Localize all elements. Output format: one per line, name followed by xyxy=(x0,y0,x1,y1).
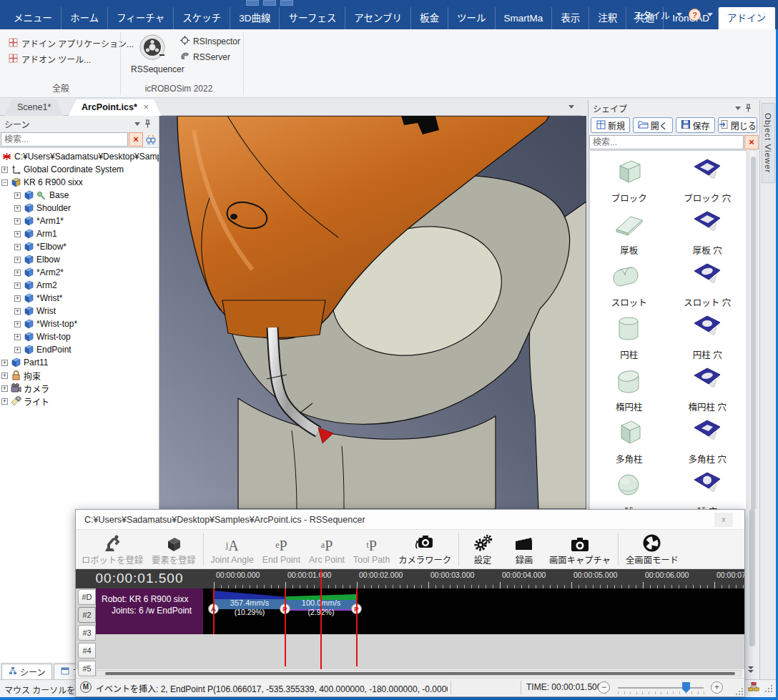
shape-close-doc-button[interactable]: 閉じる xyxy=(718,117,757,133)
tree-item-3[interactable]: +Base xyxy=(0,189,159,202)
expander-icon[interactable]: + xyxy=(14,347,21,353)
doc-tab-scene1[interactable]: Scene1* xyxy=(4,99,64,116)
track-row-tab-4[interactable]: #4 xyxy=(78,643,96,659)
zoom-slider-track[interactable] xyxy=(618,687,704,689)
doc-tab-list-icon[interactable] xyxy=(568,105,574,109)
catalog-item-polygon-prism[interactable]: 多角柱 xyxy=(590,416,669,468)
menu-tab-1[interactable]: ホーム xyxy=(61,7,108,29)
expander-icon[interactable]: + xyxy=(14,231,21,237)
seq-tool-5[interactable]: aPArc Point xyxy=(305,533,349,565)
doc-tab-arcpoint[interactable]: ArcPoint.ics*× xyxy=(69,99,162,116)
expander-icon[interactable]: + xyxy=(1,385,8,392)
tree-item-17[interactable]: +拘束 xyxy=(0,369,159,382)
seq-tool-0[interactable]: ロボットを登録 xyxy=(77,532,147,566)
catalog-item-slab[interactable]: 厚板 xyxy=(590,207,669,260)
catalog-item-ellipse-cylinder-hole[interactable]: 楕円柱 穴 xyxy=(669,364,747,416)
viewport-3d[interactable] xyxy=(159,116,586,509)
expander-icon[interactable]: + xyxy=(1,398,8,405)
track-row-tab-D[interactable]: #D xyxy=(78,589,96,605)
pin-icon[interactable] xyxy=(741,101,755,115)
rssequencer-button[interactable]: RSSequencer xyxy=(131,34,174,74)
menu-tab-15[interactable]: ヘルプ/ト xyxy=(775,7,778,29)
menu-tab-8[interactable]: ツール xyxy=(448,7,496,29)
zoom-in-button[interactable]: + xyxy=(711,681,723,694)
scene-search-input[interactable] xyxy=(1,132,128,147)
shape-search-input[interactable] xyxy=(589,135,744,149)
catalog-item-block-hole[interactable]: ブロック 穴 xyxy=(669,155,747,207)
tree-item-7[interactable]: +*Elbow* xyxy=(0,240,159,253)
tree-item-19[interactable]: +ライト xyxy=(0,395,159,408)
expander-icon[interactable]: + xyxy=(14,321,21,327)
style-menu[interactable]: スタイル xyxy=(633,8,670,21)
style-caret-icon[interactable] xyxy=(676,13,682,16)
menu-tab-10[interactable]: 表示 xyxy=(552,7,589,29)
expander-icon[interactable]: + xyxy=(14,334,21,340)
catalog-item-ellipse-cylinder[interactable]: 楕円柱 xyxy=(590,364,669,416)
tree-item-4[interactable]: +Shoulder xyxy=(0,202,159,215)
tree-item-5[interactable]: +*Arm1* xyxy=(0,215,159,227)
menu-tab-4[interactable]: 3D曲線 xyxy=(230,7,280,29)
minimize-button[interactable]: − xyxy=(719,9,732,20)
expander-icon[interactable]: + xyxy=(14,270,21,276)
panel-menu-caret-icon[interactable] xyxy=(134,122,140,126)
menu-tab-6[interactable]: アセンブリ xyxy=(345,7,411,29)
robot-track-label[interactable]: Robot: KR 6 R900 sixx Joints: 6 /w EndPo… xyxy=(96,588,203,634)
tree-item-15[interactable]: +EndPoint xyxy=(0,343,159,356)
object-viewer-tab[interactable]: Object Viewer xyxy=(762,103,775,183)
expander-icon[interactable]: + xyxy=(14,308,21,315)
timeline-hscrollbar[interactable] xyxy=(96,670,742,676)
qat-button[interactable] xyxy=(280,0,293,6)
seq-tool-10[interactable]: 録画 xyxy=(503,532,545,566)
tree-item-6[interactable]: +Arm1 xyxy=(0,227,159,240)
menu-tab-3[interactable]: スケッチ xyxy=(174,7,230,29)
catalog-item-block[interactable]: ブロック xyxy=(590,155,669,207)
timeline-ruler[interactable]: 00:00:00.00000:00:01.00000:00:02.00000:0… xyxy=(203,569,744,588)
tree-item-16[interactable]: +Part11 xyxy=(0,356,159,369)
expander-icon[interactable]: + xyxy=(14,257,21,263)
menu-tab-9[interactable]: SmartMa xyxy=(496,7,553,29)
seq-tool-3[interactable]: jAJoint Angle xyxy=(207,533,258,565)
seq-tool-11[interactable]: 画面キャプチャ xyxy=(545,532,615,566)
expander-icon[interactable]: + xyxy=(14,244,21,250)
rsserver-button[interactable]: RSServer xyxy=(180,51,230,63)
catalog-item-cylinder[interactable]: 円柱 xyxy=(590,312,669,364)
expander-icon[interactable]: − xyxy=(1,179,8,186)
tree-item-18[interactable]: +カメラ xyxy=(0,382,159,395)
tree-item-11[interactable]: +*Wrist* xyxy=(0,292,159,305)
expander-icon[interactable]: + xyxy=(1,167,8,173)
tree-item-0[interactable]: C:¥Users¥Sadamatsu¥Desktop¥Samp xyxy=(0,150,159,163)
shape-open-button[interactable]: 開く xyxy=(633,117,672,133)
panel-menu-caret-icon[interactable] xyxy=(735,107,741,110)
expander-icon[interactable]: + xyxy=(1,373,8,379)
tree-item-10[interactable]: +Arm2 xyxy=(0,279,159,292)
menu-tab-7[interactable]: 板金 xyxy=(411,7,448,29)
search-clear-button[interactable]: × xyxy=(129,132,143,147)
time-cursor[interactable] xyxy=(320,569,322,669)
resize-grip[interactable] xyxy=(765,685,772,692)
seq-tool-9[interactable]: 設定 xyxy=(462,532,503,566)
addin-applications-button[interactable]: アドイン アプリケーション... xyxy=(9,37,134,49)
catalog-item-cylinder-hole[interactable]: 円柱 穴 xyxy=(669,312,747,364)
search-options-icon[interactable] xyxy=(144,132,158,147)
seq-tool-1[interactable]: 要素を登録 xyxy=(147,532,200,566)
sequencer-resize-grip[interactable] xyxy=(736,688,743,695)
catalog-item-slot[interactable]: スロット xyxy=(590,260,669,312)
shape-new-button[interactable]: 新規 xyxy=(591,117,630,133)
close-button[interactable]: × xyxy=(758,9,771,20)
search-clear-button[interactable]: × xyxy=(744,135,759,149)
maximize-button[interactable]: □ xyxy=(739,9,752,20)
track-row-tab-3[interactable]: #3 xyxy=(78,625,96,641)
help-icon[interactable]: ? xyxy=(689,9,701,21)
pin-icon[interactable] xyxy=(140,117,154,131)
right-scroll-strip[interactable] xyxy=(745,509,759,679)
catalog-item-polygon-prism-hole[interactable]: 多角柱 穴 xyxy=(669,416,747,468)
sequencer-titlebar[interactable]: C:¥Users¥Sadamatsu¥Desktop¥Samples¥ArcPo… xyxy=(76,510,744,530)
s equencer-close-button[interactable]: x xyxy=(714,513,733,527)
menu-tab-0[interactable]: メニュー xyxy=(4,7,61,29)
tree-item-9[interactable]: +*Arm2* xyxy=(0,266,159,279)
track-row-tab-2[interactable]: #2 xyxy=(78,607,96,623)
expander-icon[interactable]: + xyxy=(14,295,21,302)
scroll-chevron-icon[interactable] xyxy=(748,666,754,674)
tree-item-12[interactable]: +Wrist xyxy=(0,305,159,317)
rsinspector-button[interactable]: RSInspector xyxy=(180,36,240,47)
